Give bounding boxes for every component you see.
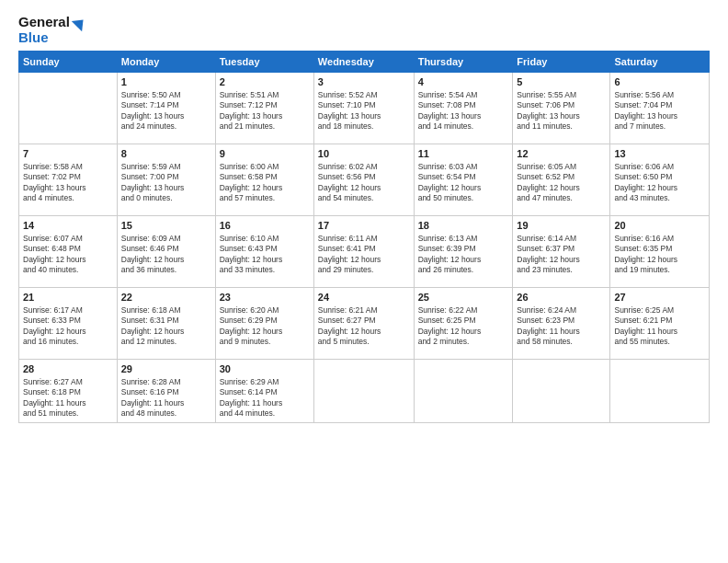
day-info: Daylight: 12 hours [318,183,410,193]
day-info: Sunrise: 6:06 AM [614,162,705,172]
table-row: 22Sunrise: 6:18 AMSunset: 6:31 PMDayligh… [117,288,215,360]
day-number: 21 [23,291,113,304]
day-info: and 29 minutes. [318,265,410,275]
day-info: and 36 minutes. [121,265,211,275]
day-info: Sunrise: 6:17 AM [23,305,113,316]
table-row: 15Sunrise: 6:09 AMSunset: 6:46 PMDayligh… [117,216,215,288]
day-info: Sunset: 6:46 PM [121,244,211,254]
day-info: Daylight: 12 hours [318,255,410,265]
day-info: Sunset: 6:18 PM [23,387,113,397]
day-info: Sunset: 7:02 PM [23,172,113,182]
day-info: Sunset: 6:14 PM [220,387,310,397]
table-row: 14Sunrise: 6:07 AMSunset: 6:48 PMDayligh… [19,216,118,288]
table-row: 9Sunrise: 6:00 AMSunset: 6:58 PMDaylight… [215,144,313,216]
day-info: Sunset: 6:25 PM [418,316,509,326]
day-info: Daylight: 12 hours [517,255,606,265]
day-number: 7 [23,147,113,161]
day-info: and 54 minutes. [318,193,410,203]
day-info: Sunrise: 6:02 AM [318,162,410,172]
day-number: 26 [517,291,606,304]
col-wednesday: Wednesday [313,52,414,73]
day-info: Sunrise: 5:50 AM [121,90,211,100]
day-number: 17 [318,219,410,233]
day-number: 14 [23,219,113,233]
day-info: Sunrise: 5:54 AM [418,90,509,100]
table-row: 16Sunrise: 6:10 AMSunset: 6:43 PMDayligh… [215,216,313,288]
day-number: 8 [121,147,211,161]
table-row: 10Sunrise: 6:02 AMSunset: 6:56 PMDayligh… [313,144,414,216]
table-row: 17Sunrise: 6:11 AMSunset: 6:41 PMDayligh… [313,216,414,288]
table-row: 19Sunrise: 6:14 AMSunset: 6:37 PMDayligh… [513,216,610,288]
day-info: Sunset: 7:08 PM [418,100,509,110]
day-number: 10 [318,147,410,161]
table-row [610,360,710,423]
day-info: Sunset: 6:41 PM [318,244,410,254]
day-info: Daylight: 12 hours [418,327,509,337]
day-info: Sunset: 6:16 PM [121,387,211,397]
day-number: 15 [121,219,211,233]
table-row: 26Sunrise: 6:24 AMSunset: 6:23 PMDayligh… [513,288,610,360]
table-row: 18Sunrise: 6:13 AMSunset: 6:39 PMDayligh… [414,216,513,288]
day-info: Sunrise: 6:24 AM [517,305,606,316]
day-info: Sunset: 7:10 PM [318,100,410,110]
day-info: Sunrise: 6:18 AM [121,305,211,316]
table-row [414,360,513,423]
day-info: Sunset: 6:21 PM [614,316,705,326]
day-info: Daylight: 12 hours [614,255,705,265]
day-info: Sunset: 6:56 PM [318,172,410,182]
col-tuesday: Tuesday [215,52,313,73]
day-info: Daylight: 11 hours [517,327,606,337]
day-info: Sunrise: 6:10 AM [220,234,310,244]
day-number: 1 [121,75,211,89]
day-info: Sunset: 6:29 PM [220,316,310,326]
day-info: Daylight: 11 hours [121,398,211,408]
header-row: Sunday Monday Tuesday Wednesday Thursday… [19,52,710,73]
day-info: Daylight: 12 hours [23,255,113,265]
day-info: Sunset: 6:35 PM [614,244,705,254]
day-number: 27 [614,291,705,304]
day-info: and 51 minutes. [23,408,113,419]
day-info: and 0 minutes. [121,193,211,203]
table-row: 20Sunrise: 6:16 AMSunset: 6:35 PMDayligh… [610,216,710,288]
day-number: 3 [318,75,410,89]
day-info: and 14 minutes. [418,121,509,132]
table-row: 28Sunrise: 6:27 AMSunset: 6:18 PMDayligh… [19,360,118,423]
day-info: Sunset: 6:50 PM [614,172,705,182]
calendar-table: Sunday Monday Tuesday Wednesday Thursday… [18,51,710,423]
table-row: 7Sunrise: 5:58 AMSunset: 7:02 PMDaylight… [19,144,118,216]
day-info: and 2 minutes. [418,337,509,347]
day-number: 30 [220,362,310,376]
day-number: 18 [418,219,509,233]
table-row: 29Sunrise: 6:28 AMSunset: 6:16 PMDayligh… [117,360,215,423]
day-info: and 26 minutes. [418,265,509,275]
day-info: Daylight: 13 hours [318,111,410,121]
day-info: Sunrise: 6:07 AM [23,234,113,244]
day-number: 29 [121,362,211,376]
day-info: Daylight: 12 hours [220,327,310,337]
day-info: Daylight: 12 hours [220,255,310,265]
table-row: 4Sunrise: 5:54 AMSunset: 7:08 PMDaylight… [414,73,513,144]
day-info: Sunrise: 6:09 AM [121,234,211,244]
day-info: Sunrise: 6:25 AM [614,305,705,316]
header: General Blue [18,15,710,45]
day-info: and 12 minutes. [121,337,211,347]
day-info: and 47 minutes. [517,193,606,203]
col-sunday: Sunday [19,52,118,73]
day-info: Sunset: 7:04 PM [614,100,705,110]
day-info: Daylight: 12 hours [121,255,211,265]
day-info: Daylight: 13 hours [418,111,509,121]
day-info: Sunset: 7:14 PM [121,100,211,110]
day-info: Sunrise: 5:51 AM [220,90,310,100]
table-row: 1Sunrise: 5:50 AMSunset: 7:14 PMDaylight… [117,73,215,144]
day-info: and 44 minutes. [220,408,310,419]
day-info: Sunset: 7:12 PM [220,100,310,110]
day-info: Sunset: 6:23 PM [517,316,606,326]
day-info: Daylight: 12 hours [418,255,509,265]
day-number: 2 [220,75,310,89]
day-info: Daylight: 12 hours [418,183,509,193]
page: General Blue Sunday Monday Tuesday Wedne… [0,0,728,563]
day-info: Sunset: 6:31 PM [121,316,211,326]
day-info: and 50 minutes. [418,193,509,203]
day-info: Daylight: 11 hours [23,398,113,408]
day-info: Sunrise: 5:58 AM [23,162,113,172]
